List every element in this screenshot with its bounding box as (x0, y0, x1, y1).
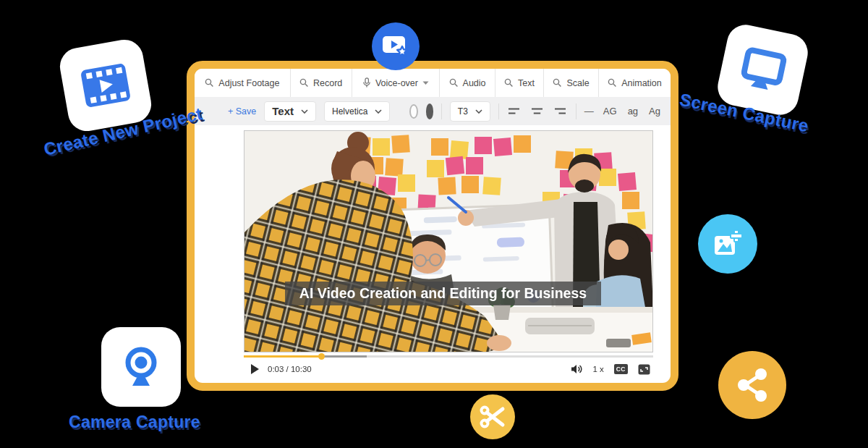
font-value: Helvetica (332, 106, 367, 117)
video-star-icon (381, 33, 410, 59)
video-star-badge (372, 22, 420, 70)
toolbar-item-animation[interactable]: Animation (599, 69, 671, 97)
trim-badge (470, 394, 515, 439)
lowercase-button[interactable]: ag (626, 106, 639, 117)
search-icon (504, 78, 514, 88)
fullscreen-icon[interactable] (638, 364, 650, 375)
align-center-button[interactable] (529, 106, 545, 117)
scissors-icon (479, 404, 506, 430)
time-display: 0:03 / 10:30 (268, 365, 312, 373)
share-badge (718, 351, 786, 419)
align-center-icon (531, 107, 543, 115)
search-icon (553, 78, 562, 88)
chevron-down-icon (422, 81, 429, 85)
save-button[interactable]: + Save (228, 106, 256, 117)
monitor-icon (736, 45, 789, 96)
share-icon (733, 366, 771, 404)
video-caption-text: AI Video Creation and Editing for Busine… (299, 285, 587, 302)
text-style-value: Text (272, 105, 294, 117)
search-icon (608, 78, 617, 88)
align-right-button[interactable] (553, 106, 568, 117)
toolbar-item-voice-over[interactable]: Voice-over (352, 69, 441, 97)
camera-capture-card (101, 327, 181, 407)
letter-spacing-button[interactable]: — (584, 106, 594, 117)
microphone-icon (362, 77, 371, 88)
toolbar-item-label: Record (313, 78, 342, 88)
search-icon (449, 78, 459, 88)
closed-captions-button[interactable]: CC (614, 364, 628, 374)
color-swatch-light[interactable] (409, 104, 418, 119)
search-icon (205, 78, 214, 88)
toolbar-item-adjust-footage[interactable]: Adjust Footage (195, 69, 291, 97)
align-left-icon (508, 107, 520, 115)
main-toolbar: Adjust Footage Record Voice-over Audio T… (195, 69, 671, 97)
toolbar-item-label: Text (518, 78, 535, 88)
align-left-button[interactable] (506, 106, 522, 117)
progress-knob[interactable] (318, 353, 325, 360)
uppercase-button[interactable]: AG (602, 106, 618, 117)
camera-capture-label: Camera Capture (69, 413, 200, 432)
play-button[interactable] (251, 364, 259, 374)
chevron-down-icon (475, 109, 482, 114)
player-controls: 0:03 / 10:30 1 x CC (244, 360, 653, 379)
toolbar-item-label: Voice-over (375, 78, 418, 88)
chevron-down-icon (301, 109, 308, 114)
promo-canvas: Adjust Footage Record Voice-over Audio T… (0, 0, 868, 448)
color-swatch-dark[interactable] (426, 103, 434, 119)
volume-icon[interactable] (571, 364, 582, 374)
film-play-icon (79, 62, 133, 110)
toolbar-item-label: Adjust Footage (218, 78, 279, 88)
chevron-down-icon (375, 109, 382, 114)
video-editor-window: Adjust Footage Record Voice-over Audio T… (187, 61, 678, 391)
toolbar-item-label: Audio (463, 78, 486, 88)
text-size-dropdown[interactable]: T3 (450, 101, 490, 122)
toolbar-item-record[interactable]: Record (291, 69, 352, 97)
text-style-dropdown[interactable]: Text (264, 101, 316, 122)
toolbar-item-scale[interactable]: Scale (544, 69, 599, 97)
text-size-value: T3 (458, 106, 468, 117)
align-right-icon (554, 107, 566, 115)
search-icon (299, 78, 309, 88)
video-preview[interactable]: AI Video Creation and Editing for Busine… (244, 130, 653, 352)
webcam-icon (120, 345, 162, 389)
add-image-icon (712, 229, 744, 259)
format-toolbar: + Save Text Helvetica T3 (195, 97, 671, 125)
playback-speed-button[interactable]: 1 x (592, 365, 603, 373)
toolbar-item-label: Scale (566, 78, 589, 88)
titlecase-button[interactable]: Ag (647, 106, 662, 117)
video-progress-bar[interactable] (244, 355, 653, 358)
toolbar-item-label: Animation (621, 78, 662, 88)
progress-played (244, 355, 322, 358)
toolbar-item-audio[interactable]: Audio (440, 69, 495, 97)
font-dropdown[interactable]: Helvetica (324, 101, 390, 122)
toolbar-item-text[interactable]: Text (495, 69, 544, 97)
add-image-badge (698, 214, 757, 274)
video-caption-band: AI Video Creation and Editing for Busine… (285, 282, 601, 305)
video-scene-meeting (244, 131, 653, 352)
